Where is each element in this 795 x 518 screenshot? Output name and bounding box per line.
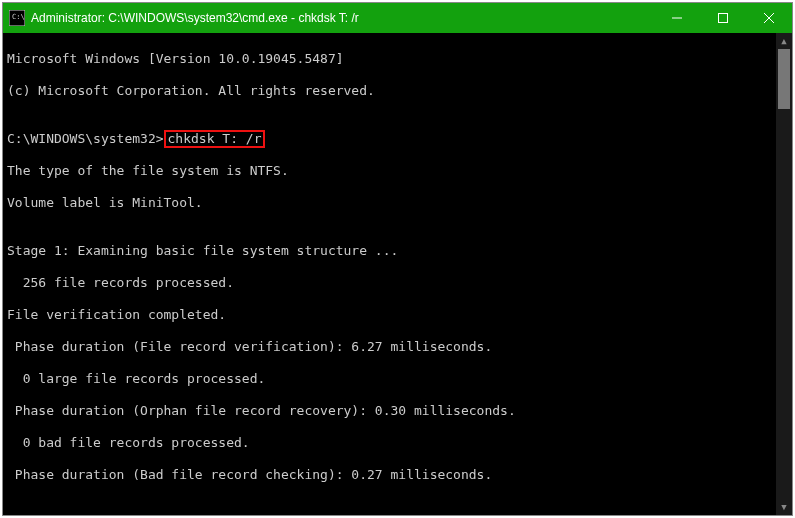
vertical-scrollbar[interactable]: ▲ ▼ [776, 33, 792, 515]
scroll-down-arrow[interactable]: ▼ [776, 499, 792, 515]
output-line: File verification completed. [7, 307, 772, 323]
output-line: Volume label is MiniTool. [7, 195, 772, 211]
output-line: Microsoft Windows [Version 10.0.19045.54… [7, 51, 772, 67]
output-line: The type of the file system is NTFS. [7, 163, 772, 179]
output-line: Stage 1: Examining basic file system str… [7, 243, 772, 259]
output-line: Phase duration (File record verification… [7, 339, 772, 355]
prompt-line: C:\WINDOWS\system32>chkdsk T: /r [7, 131, 772, 147]
cmd-window: C:\ Administrator: C:\WINDOWS\system32\c… [2, 2, 793, 516]
scrollbar-track[interactable] [776, 49, 792, 499]
output-line: 0 large file records processed. [7, 371, 772, 387]
terminal-output[interactable]: Microsoft Windows [Version 10.0.19045.54… [3, 33, 776, 515]
window-controls [654, 3, 792, 33]
maximize-button[interactable] [700, 3, 746, 33]
output-line: (c) Microsoft Corporation. All rights re… [7, 83, 772, 99]
close-button[interactable] [746, 3, 792, 33]
terminal-area: Microsoft Windows [Version 10.0.19045.54… [3, 33, 792, 515]
output-line: 256 file records processed. [7, 275, 772, 291]
prompt-path: C:\WINDOWS\system32> [7, 131, 164, 146]
cmd-icon: C:\ [9, 10, 25, 26]
entered-command: chkdsk T: /r [164, 130, 266, 148]
output-line: 0 bad file records processed. [7, 435, 772, 451]
output-line: Phase duration (Bad file record checking… [7, 467, 772, 483]
scrollbar-thumb[interactable] [778, 49, 790, 109]
scroll-up-arrow[interactable]: ▲ [776, 33, 792, 49]
output-line: Phase duration (Orphan file record recov… [7, 403, 772, 419]
minimize-button[interactable] [654, 3, 700, 33]
title-bar[interactable]: C:\ Administrator: C:\WINDOWS\system32\c… [3, 3, 792, 33]
svg-rect-3 [719, 14, 728, 23]
svg-text:C:\: C:\ [12, 13, 25, 21]
window-title: Administrator: C:\WINDOWS\system32\cmd.e… [31, 11, 654, 25]
